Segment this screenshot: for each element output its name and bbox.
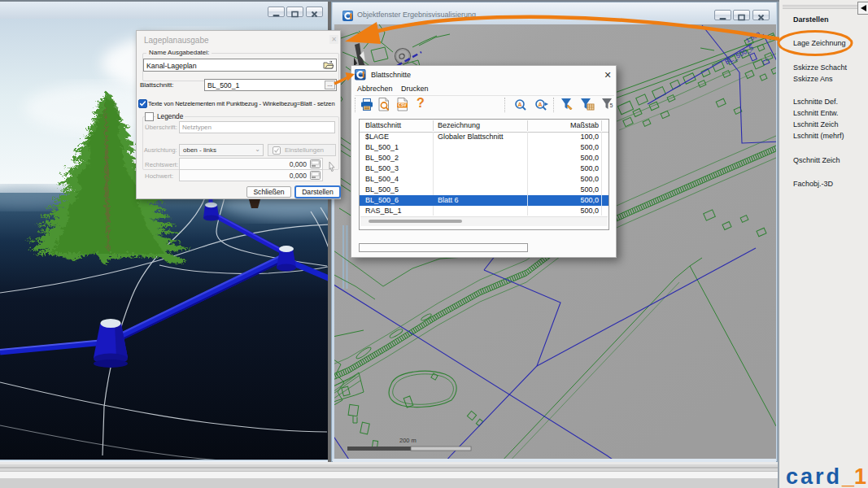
svg-text:200 m: 200 m <box>399 437 417 444</box>
svg-text:A: A <box>538 102 542 107</box>
svg-text:CSV: CSV <box>398 102 407 107</box>
svg-text:A: A <box>517 102 521 107</box>
svg-text:5: 5 <box>610 102 613 108</box>
